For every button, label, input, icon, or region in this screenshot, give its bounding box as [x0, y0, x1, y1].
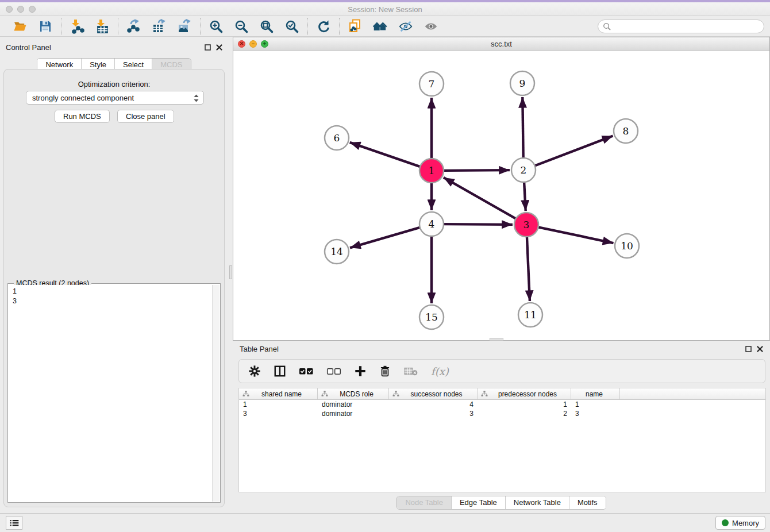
memory-status-icon	[722, 519, 729, 526]
graph-node-label-1: 1	[429, 165, 435, 176]
column-header-shared-name[interactable]: shared name	[239, 388, 318, 399]
table-row[interactable]: 3 dominator 3 2 3	[239, 409, 765, 418]
first-neighbors-icon[interactable]	[373, 19, 388, 34]
graph-node-label-11: 11	[524, 309, 537, 321]
graph-node-label-9: 9	[519, 78, 526, 89]
network-canvas[interactable]: 7968124314101511	[233, 51, 769, 340]
network-window-titlebar[interactable]: ✕ − + scc.txt	[233, 37, 769, 51]
hide-selected-icon[interactable]	[398, 19, 413, 34]
vertical-splitter-handle[interactable]	[229, 265, 232, 279]
column-type-icon	[392, 391, 399, 397]
table-tabs: Node Table Edge Table Network Table Moti…	[233, 496, 770, 510]
cell-successor-nodes[interactable]: 3	[389, 410, 478, 418]
table-toolbar: f(x)	[238, 359, 765, 383]
graph-node-label-7: 7	[429, 78, 435, 90]
graph-edge-2-3[interactable]	[524, 182, 526, 211]
delete-column-icon[interactable]	[379, 365, 391, 377]
graph-edge-3-11[interactable]	[527, 237, 530, 301]
graph-edge-2-8[interactable]	[535, 136, 613, 166]
graph-node-label-6: 6	[334, 132, 340, 144]
graph-edge-4-14[interactable]	[350, 228, 420, 248]
close-panel-icon[interactable]	[216, 44, 222, 51]
cell-mcds-role[interactable]: dominator	[318, 400, 389, 408]
table-row[interactable]: 1 dominator 4 1 1	[239, 400, 765, 409]
export-network-icon[interactable]	[126, 19, 141, 34]
mcds-panel-body: Optimization criterion: strongly connect…	[3, 69, 225, 507]
save-session-icon[interactable]	[38, 19, 53, 34]
column-header-predecessor-nodes[interactable]: predecessor nodes	[478, 388, 571, 399]
graph-edge-4-3[interactable]	[444, 224, 513, 225]
new-network-from-selection-icon[interactable]	[348, 19, 363, 34]
cell-shared-name[interactable]: 3	[239, 410, 318, 418]
import-table-icon[interactable]	[95, 19, 110, 34]
column-header-name[interactable]: name	[571, 388, 620, 399]
search-container	[598, 20, 764, 33]
table-panel-title: Table Panel	[240, 345, 279, 353]
graph-edge-3-1[interactable]	[444, 178, 516, 219]
table-settings-icon[interactable]	[248, 365, 261, 377]
column-type-icon	[321, 391, 328, 397]
graph-node-label-10: 10	[621, 240, 633, 252]
show-all-icon[interactable]	[424, 19, 438, 34]
column-header-mcds-role[interactable]: MCDS role	[318, 388, 389, 399]
criterion-select[interactable]: strongly connected component	[26, 91, 204, 105]
list-icon	[9, 518, 20, 527]
select-stepper-icon	[193, 94, 199, 103]
criterion-value: strongly connected component	[32, 94, 134, 102]
column-header-successor-nodes[interactable]: successor nodes	[389, 388, 478, 399]
graph-edges[interactable]	[350, 97, 614, 303]
graph-edge-1-6[interactable]	[350, 142, 420, 167]
mcds-result-groupbox: MCDS result (2 nodes) 1 3	[7, 283, 221, 503]
graph-edge-3-10[interactable]	[538, 227, 614, 243]
import-network-icon[interactable]	[70, 19, 84, 34]
memory-button[interactable]: Memory	[715, 516, 765, 530]
tab-motifs[interactable]: Motifs	[569, 496, 606, 509]
export-table-icon[interactable]	[152, 19, 167, 34]
zoom-selected-icon[interactable]	[284, 19, 299, 34]
cell-name[interactable]: 3	[571, 410, 620, 418]
cell-successor-nodes[interactable]: 4	[389, 400, 478, 408]
add-column-icon[interactable]	[354, 365, 367, 377]
close-panel-button[interactable]: Close panel	[117, 110, 174, 123]
zoom-in-icon[interactable]	[209, 19, 224, 34]
graph-node-label-3: 3	[523, 219, 530, 230]
mcds-result-scrollbar[interactable]	[212, 285, 220, 502]
search-input[interactable]	[598, 20, 764, 33]
table-header-row: shared name MCDS role successor nodes pr…	[239, 388, 765, 400]
status-bar: Memory	[0, 513, 770, 532]
float-table-panel-icon[interactable]	[745, 346, 752, 352]
optimization-criterion-label: Optimization criterion:	[4, 80, 224, 88]
tab-network-table[interactable]: Network Table	[505, 496, 569, 509]
function-builder-icon: f(x)	[431, 365, 449, 377]
cell-predecessor-nodes[interactable]: 1	[478, 400, 571, 408]
refresh-icon[interactable]	[316, 19, 331, 34]
run-mcds-button[interactable]: Run MCDS	[55, 110, 110, 123]
window-title: Session: New Session	[0, 5, 770, 14]
mcds-result-list[interactable]: 1 3	[9, 285, 213, 502]
tab-node-table[interactable]: Node Table	[397, 496, 451, 509]
select-all-icon[interactable]	[299, 366, 314, 376]
column-selector-icon[interactable]	[274, 365, 286, 377]
node-table: shared name MCDS role successor nodes pr…	[238, 388, 766, 492]
export-image-icon[interactable]	[177, 19, 192, 34]
column-type-icon	[242, 391, 249, 397]
tab-edge-table[interactable]: Edge Table	[451, 496, 505, 509]
cell-mcds-role[interactable]: dominator	[318, 410, 389, 418]
column-type-icon	[481, 391, 488, 397]
zoom-out-icon[interactable]	[234, 19, 249, 34]
horizontal-splitter-handle[interactable]	[490, 338, 503, 341]
graph-node-label-14: 14	[330, 246, 343, 257]
graph-edge-1-2[interactable]	[444, 170, 510, 171]
cell-name[interactable]: 1	[571, 400, 620, 408]
graph-node-label-4: 4	[429, 218, 435, 230]
zoom-fit-icon[interactable]	[259, 19, 274, 34]
close-table-panel-icon[interactable]	[757, 346, 763, 352]
task-history-button[interactable]	[6, 516, 22, 530]
float-panel-icon[interactable]	[205, 44, 211, 51]
search-icon	[603, 22, 611, 31]
graph-edge-2-9[interactable]	[522, 97, 523, 158]
cell-shared-name[interactable]: 1	[239, 400, 318, 408]
open-session-icon[interactable]	[13, 19, 28, 34]
cell-predecessor-nodes[interactable]: 2	[478, 410, 571, 418]
deselect-all-icon[interactable]	[326, 366, 341, 376]
